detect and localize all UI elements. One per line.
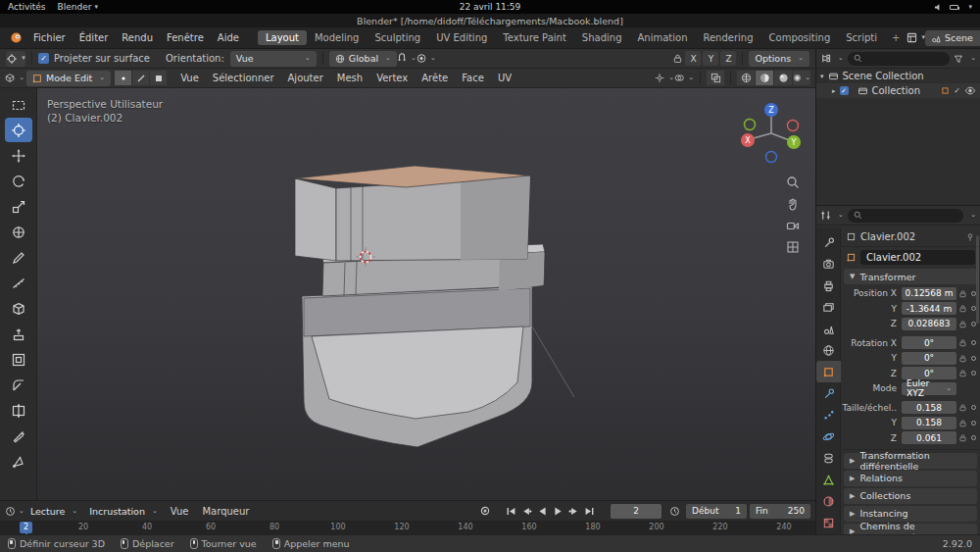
tab-texture[interactable] bbox=[816, 512, 841, 533]
tool-cursor[interactable] bbox=[5, 118, 32, 142]
mode-selector[interactable]: Mode Edit⌄ bbox=[26, 71, 111, 86]
activities-button[interactable]: Activités bbox=[8, 2, 46, 12]
scale-x-field[interactable]: 0.158 bbox=[902, 401, 956, 414]
rotation-x-field[interactable]: 0° bbox=[902, 336, 956, 349]
workspace-tab-compositing[interactable]: Compositing bbox=[761, 30, 839, 45]
frame-start-field[interactable]: Début1 bbox=[686, 504, 747, 519]
tab-view-layer[interactable] bbox=[816, 296, 841, 318]
axis-x-toggle[interactable]: X bbox=[685, 51, 701, 66]
axis-y-toggle[interactable]: Y bbox=[703, 51, 718, 66]
workspace-tab-shading[interactable]: Shading bbox=[574, 30, 630, 45]
scale-z-field[interactable]: 0.061 bbox=[902, 431, 956, 444]
shading-rendered-icon[interactable]: ⌄ bbox=[793, 71, 810, 85]
project-surface-checkbox[interactable]: ✓Projeter sur surface bbox=[38, 53, 150, 64]
menu-uv[interactable]: UV bbox=[491, 71, 518, 85]
tab-modifiers[interactable] bbox=[816, 382, 841, 404]
rotation-y-field[interactable]: 0° bbox=[902, 352, 956, 365]
tool-annotate[interactable] bbox=[5, 245, 32, 270]
3d-viewport[interactable]: Perspective Utilisateur (2) Clavier.002 … bbox=[37, 88, 815, 500]
lock-icon[interactable] bbox=[956, 320, 969, 328]
lock-icon[interactable] bbox=[956, 304, 969, 313]
scene-browse-icon[interactable]: ▾ bbox=[906, 30, 925, 46]
menu-vertex[interactable]: Vertex bbox=[369, 71, 415, 85]
workspace-tab-modeling[interactable]: Modeling bbox=[307, 30, 368, 45]
animate-dot-icon[interactable] bbox=[971, 421, 976, 426]
system-menu-chevron-icon[interactable]: ▾ bbox=[968, 4, 972, 11]
outliner-search-input[interactable] bbox=[848, 52, 950, 66]
timeline-menu-vue[interactable]: Vue bbox=[164, 504, 196, 519]
position-z-field[interactable]: 0.028683 bbox=[902, 318, 956, 330]
outliner-row-scene-collection[interactable]: ▾ Scene Collection bbox=[816, 69, 980, 83]
tool-transform[interactable] bbox=[5, 220, 32, 244]
lock-icon[interactable] bbox=[956, 369, 969, 377]
properties-editor-type-icon[interactable] bbox=[820, 210, 831, 221]
shading-wireframe-icon[interactable] bbox=[737, 71, 755, 85]
shading-material-icon[interactable] bbox=[774, 71, 792, 85]
tab-scene[interactable] bbox=[816, 318, 841, 339]
lock-icon[interactable] bbox=[956, 289, 969, 298]
tool-rotate[interactable] bbox=[5, 169, 32, 193]
workspace-tab-sculpting[interactable]: Sculpting bbox=[367, 30, 428, 45]
play-reverse-button[interactable] bbox=[534, 504, 550, 519]
lock-icon[interactable] bbox=[956, 403, 969, 412]
collection-objects-icon[interactable] bbox=[941, 86, 950, 95]
rotation-mode-dropdown[interactable]: Euler XYZ⌄ bbox=[902, 382, 956, 395]
outliner-editor-type-icon[interactable] bbox=[820, 53, 831, 64]
tool-bevel[interactable] bbox=[5, 373, 32, 397]
proportional-editing-icon[interactable]: ⌄ bbox=[416, 51, 436, 67]
options-dropdown[interactable]: Options⌄ bbox=[749, 51, 809, 67]
section-delta-transform[interactable]: ▶Transformation différentielle bbox=[844, 453, 977, 469]
tool-move[interactable] bbox=[5, 143, 32, 168]
workspace-tab-layout[interactable]: Layout bbox=[258, 30, 307, 45]
collection-select-icon[interactable]: ✓ bbox=[954, 86, 960, 95]
filter-chevron-icon[interactable]: ⌄ bbox=[970, 212, 976, 219]
battery-icon[interactable] bbox=[950, 5, 958, 10]
pan-view-hand-icon[interactable] bbox=[783, 194, 803, 214]
editor-type-icon[interactable]: ⌄ bbox=[5, 71, 24, 86]
gizmos-toggle-icon[interactable]: ⌄ bbox=[655, 71, 674, 86]
animate-dot-icon[interactable] bbox=[971, 405, 976, 410]
timeline-ruler[interactable]: 20 40 60 80 100 120 140 160 180 200 220 … bbox=[0, 522, 815, 534]
tool-scale[interactable] bbox=[5, 194, 32, 219]
frame-end-field[interactable]: Fin250 bbox=[750, 504, 810, 519]
tool-knife[interactable] bbox=[5, 424, 32, 448]
tool-select-box[interactable] bbox=[5, 92, 32, 117]
outliner-row-collection[interactable]: ▸ ✓ Collection ✓ bbox=[816, 83, 980, 98]
lock-icon[interactable] bbox=[956, 433, 969, 442]
workspace-tab-texture-paint[interactable]: Texture Paint bbox=[495, 30, 574, 45]
scene-selector[interactable]: Scene ✕ bbox=[925, 30, 980, 46]
animate-dot-icon[interactable] bbox=[971, 371, 976, 376]
disclosure-triangle-icon[interactable]: ▾ bbox=[820, 73, 824, 80]
edge-select-mode-button[interactable] bbox=[132, 71, 149, 85]
tab-tool[interactable] bbox=[816, 231, 841, 253]
menu-aide[interactable]: Aide bbox=[211, 30, 246, 45]
snapping-magnet-icon[interactable]: ⌄ bbox=[397, 51, 416, 67]
tool-loop-cut[interactable] bbox=[5, 398, 32, 423]
object-breadcrumb[interactable]: Clavier.002 bbox=[860, 231, 961, 242]
blender-logo-icon[interactable] bbox=[10, 31, 23, 44]
tool-measure[interactable] bbox=[5, 271, 32, 295]
active-tool-icon[interactable]: ▾ bbox=[6, 51, 25, 67]
tab-object-data[interactable] bbox=[816, 469, 841, 490]
orientation-dropdown[interactable]: Vue⌄ bbox=[230, 51, 317, 67]
shading-solid-icon[interactable] bbox=[756, 71, 773, 85]
axis-z-toggle[interactable]: Z bbox=[720, 51, 736, 66]
section-relations[interactable]: ▶Relations bbox=[844, 471, 977, 486]
jump-to-end-button[interactable] bbox=[581, 504, 597, 519]
auto-keying-record-icon[interactable] bbox=[477, 504, 493, 519]
camera-view-icon[interactable] bbox=[783, 216, 803, 235]
collection-visibility-eye-icon[interactable] bbox=[964, 86, 976, 95]
menu-fenetre[interactable]: Fenêtre bbox=[160, 30, 211, 45]
add-workspace-button[interactable]: + bbox=[885, 30, 906, 45]
animate-dot-icon[interactable] bbox=[971, 340, 976, 345]
tab-render[interactable] bbox=[816, 253, 841, 275]
play-button[interactable] bbox=[550, 504, 565, 519]
app-menu-button[interactable]: Blender▾ bbox=[58, 2, 98, 12]
properties-search-input[interactable] bbox=[848, 209, 963, 223]
zoom-view-icon[interactable] bbox=[783, 173, 803, 192]
overlays-toggle-icon[interactable]: ⌄ bbox=[674, 71, 694, 86]
tab-material[interactable] bbox=[816, 490, 841, 512]
volume-icon[interactable] bbox=[934, 3, 943, 12]
scale-y-field[interactable]: 0.158 bbox=[902, 417, 956, 429]
section-collections[interactable]: ▶Collections bbox=[844, 488, 977, 504]
